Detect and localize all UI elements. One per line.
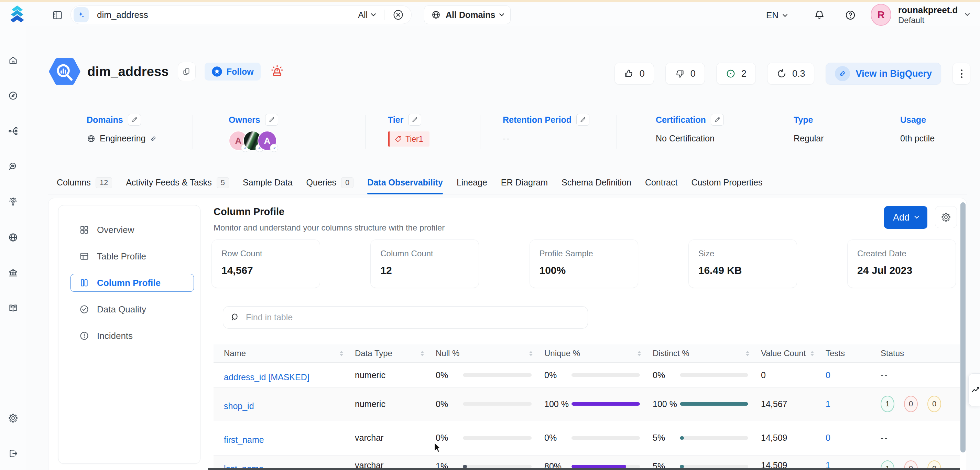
column-header-null[interactable]: Null % [436,349,544,358]
sidebar-item-govern[interactable] [0,268,26,278]
column-header-value-count[interactable]: Value Count [761,349,826,358]
sidebar-item-explore[interactable] [0,91,26,101]
tab-data-observability[interactable]: Data Observability [367,171,443,194]
edit-certification-button[interactable] [711,114,724,126]
profiler-menu-table-profile[interactable]: Table Profile [70,247,194,265]
help-icon[interactable] [845,9,856,21]
tests-link[interactable]: 0 [826,433,830,443]
tab-er-diagram[interactable]: ER Diagram [501,171,548,194]
profiler-menu-incidents[interactable]: Incidents [70,327,194,345]
tab-custom-properties[interactable]: Custom Properties [691,171,762,194]
app-logo[interactable] [7,5,27,24]
tab-columns[interactable]: Columns12 [57,171,112,194]
alert-siren-icon[interactable] [270,64,285,79]
chevron-down-icon [371,11,376,16]
progress-bar [463,402,531,406]
status-cell: 100 [881,396,960,412]
column-header-name[interactable]: Name [224,349,355,358]
sort-icon[interactable] [746,351,749,356]
sidebar-item-logout[interactable] [0,448,26,459]
upvote-button[interactable]: 0 [614,63,654,84]
sidebar-item-lineage[interactable] [0,126,26,136]
column-header-data-type[interactable]: Data Type [355,349,436,358]
more-actions-button[interactable] [953,63,970,84]
target-icon [725,69,736,79]
collapsed-panel-button[interactable] [968,373,980,406]
tests-link[interactable]: 1 [826,399,830,409]
view-in-bigquery-button[interactable]: View in BigQuery [826,63,941,84]
tab-lineage[interactable]: Lineage [457,171,487,194]
tab-queries[interactable]: Queries0 [306,171,354,194]
clear-search-icon[interactable] [392,9,404,21]
column-header-unique[interactable]: Unique % [544,349,653,358]
find-in-table-input[interactable] [223,306,588,328]
section-title: Column Profile [213,206,445,217]
progress-bar [571,436,640,440]
tab-sample-data[interactable]: Sample Data [243,171,293,194]
profiler-menu-data-quality[interactable]: Data Quality [70,300,194,318]
profiler-settings-button[interactable] [935,206,957,228]
tests-link[interactable]: 0 [826,370,830,380]
language-selector[interactable]: EN [766,10,787,21]
bank-icon [8,268,18,278]
column-name-link[interactable]: first_name [224,435,264,445]
distinct-pct-cell: 0% [653,369,761,381]
user-menu[interactable]: rounakpreet.d Default [898,5,958,25]
thumbs-up-icon [624,69,634,79]
tier-label: Tier [388,115,403,125]
null-pct-value: 0% [436,398,463,410]
global-search[interactable]: All [70,5,412,24]
edit-retention-button[interactable] [576,114,589,126]
sort-icon[interactable] [340,351,343,356]
follow-button[interactable]: Follow [205,63,261,81]
tests-cell: 1 [826,399,881,409]
column-header-distinct[interactable]: Distinct % [653,349,761,358]
domain-link[interactable]: Engineering [87,134,157,143]
tier-score-button[interactable]: 2 [716,63,756,84]
edit-tier-button[interactable] [408,114,421,126]
column-name-link[interactable]: shop_id [224,401,254,411]
check-circle-icon [79,304,89,314]
tab-badge: 0 [341,177,353,188]
vertical-scrollbar[interactable] [960,202,966,452]
tab-label: Lineage [457,178,487,188]
downvote-button[interactable]: 0 [665,63,705,84]
progress-bar [680,436,748,440]
link-icon [270,144,278,152]
tab-contract[interactable]: Contract [645,171,678,194]
sort-icon[interactable] [638,351,641,356]
profiler-menu-column-profile[interactable]: Column Profile [70,274,194,292]
tab-activity-feeds-tasks[interactable]: Activity Feeds & Tasks5 [126,171,229,194]
version-button[interactable]: 0.3 [767,63,815,84]
usage-label: Usage [900,115,926,125]
search-scope-dropdown[interactable]: All [356,10,377,20]
owner-avatar-3[interactable]: A [258,131,277,151]
page-title: dim_address [88,64,169,79]
sort-icon[interactable] [420,351,424,356]
sidebar-item-knowledge-center[interactable] [0,303,26,314]
copy-name-button[interactable] [178,62,196,81]
sort-icon[interactable] [810,351,814,356]
progress-fill [463,465,467,468]
edit-domains-button[interactable] [128,114,141,126]
add-button[interactable]: Add [884,206,928,229]
distinct-pct-cell: 5% [653,432,761,444]
user-avatar[interactable]: R [871,4,891,26]
tab-schema-definition[interactable]: Schema Definition [562,171,631,194]
search-input[interactable] [97,10,356,20]
chevron-down-icon[interactable] [965,11,970,16]
edit-owners-button[interactable] [265,114,278,126]
sidebar-item-settings[interactable] [0,413,26,423]
sidebar-item-domains[interactable] [0,232,26,242]
sidebar-toggle-icon[interactable] [52,9,63,21]
sidebar-item-observability[interactable] [0,161,26,172]
progress-fill [680,436,684,440]
sort-icon[interactable] [529,351,533,356]
sidebar-item-home[interactable] [0,55,26,65]
profiler-menu-overview[interactable]: Overview [70,221,194,239]
table-row: address_id [MASKED]numeric0%0%0%00-- [213,363,960,388]
notifications-bell-icon[interactable] [814,9,825,21]
column-name-link[interactable]: address_id [MASKED] [224,372,309,382]
sidebar-item-insights[interactable] [0,197,26,207]
domain-filter-dropdown[interactable]: All Domains [424,5,511,24]
